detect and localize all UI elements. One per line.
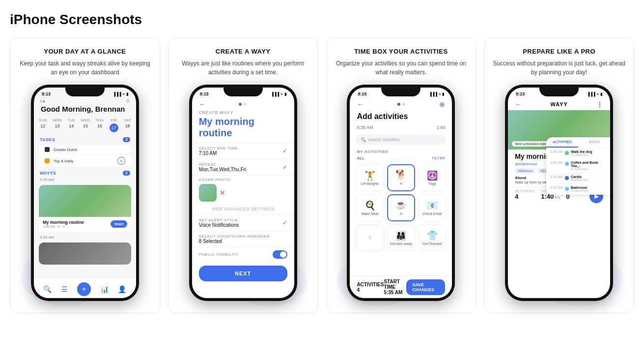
remove-cover-icon[interactable]: ✕	[220, 189, 225, 197]
card-4: PREPARE LIKE A PRO Success without prepa…	[484, 37, 634, 313]
tl-time-2: 6:05 AM	[550, 161, 563, 164]
next-button[interactable]: NEXT	[199, 266, 287, 281]
status-bar-4: 8:23 ▐▐▐ ≈ ▮	[508, 88, 610, 98]
filter-button[interactable]: FILTER	[432, 156, 445, 160]
search-bar[interactable]: 🔍 search activities	[356, 135, 446, 145]
activity-coffee[interactable]: ☕ +	[387, 194, 415, 221]
more-icon[interactable]: ⋮	[596, 100, 603, 108]
tl-sub-1: 30 MINUTES	[571, 153, 592, 156]
alert-check: ✓	[282, 219, 287, 226]
battery-icon-2: ▮	[284, 92, 286, 96]
repeat-label: REPEAT	[199, 162, 247, 167]
tl-title-2: Coffee and Book Tim...	[571, 161, 606, 168]
screenshots-grid: YOUR DAY AT A GLANCE Keep your task and …	[10, 37, 634, 313]
signal-icon: ▐▐▐	[112, 92, 121, 96]
filter-all[interactable]: ALL	[357, 156, 364, 160]
dress-label: Get Dressed	[422, 242, 442, 245]
activity-yoga[interactable]: ☮️ Yoga	[418, 164, 446, 191]
wifi-icon-3: ≈	[439, 92, 441, 96]
tl-item-2: 6:05 AM Coffee and Book Tim... 30 MINUTE…	[546, 159, 610, 173]
wayy2-time: 6:29 AM	[34, 233, 136, 241]
activity-lift[interactable]: 🏋 Lift Weights	[356, 164, 384, 191]
activity-email[interactable]: 📧 Check Email	[418, 194, 446, 221]
search-nav-icon[interactable]: 🔍	[43, 285, 52, 293]
hero-section: Next scheduled date ACTIVITIES STATS 5:3…	[508, 110, 610, 150]
activities-count-stat: ACTIVITIES 4	[357, 282, 384, 293]
tl-sub-4: 20 MINUTES	[571, 189, 588, 192]
tl-title-1: Walk the dog	[571, 150, 592, 153]
save-changes-button[interactable]: SAVE CHANGES	[406, 279, 445, 295]
phone-1-screen: 8:13 ▐▐▐ ≈ ▮ 1▲ ⚙ Good Morning, Brenn	[34, 88, 136, 298]
alert-label: SET ALERT STYLE	[199, 218, 239, 222]
chart-nav-icon[interactable]: 📊	[100, 285, 109, 293]
signal-icon-2: ▐▐▐	[271, 92, 279, 96]
activity-dress[interactable]: 👕 Get Dressed	[418, 224, 446, 251]
signal-icon-4: ▐▐▐	[587, 92, 595, 96]
stat-activities-value: 4	[515, 193, 535, 200]
card-4-desc: Success without preparation is just luck…	[492, 59, 626, 77]
card-4-title: PREPARE LIKE A PRO	[523, 48, 595, 55]
dot-3-2	[402, 103, 405, 106]
status-bar-2: 8:15 ▐▐▐ ≈ ▮	[192, 88, 294, 98]
signal-icons-1: ▐▐▐ ≈ ▮	[112, 92, 128, 96]
wayy-time: 5:35 AM	[34, 178, 136, 183]
cover-thumbnail[interactable]	[199, 184, 217, 202]
public-toggle[interactable]	[273, 250, 287, 259]
back-button-2[interactable]: ←	[199, 100, 206, 108]
profile-nav-icon[interactable]: 👤	[118, 285, 126, 293]
activity-meal[interactable]: 🍳 Make Meal	[356, 194, 384, 221]
wayy-nav-title: WAYY	[550, 101, 567, 107]
activity-dog[interactable]: 🐕 +	[387, 164, 415, 191]
countdown-field: SELECT COUNTDOWN REMINDER 8 Selected	[192, 231, 294, 247]
wayy-card-2[interactable]	[39, 242, 131, 265]
tab-stats[interactable]: STATS	[578, 137, 610, 148]
greeting: Good Morning, Brennan	[34, 105, 136, 116]
tl-sub-2: 30 MINUTES	[571, 168, 606, 171]
task-1: Double Dutch	[39, 145, 131, 154]
wayy-nav: ← WAYY ⋮	[508, 98, 610, 110]
time-2: 8:15	[200, 91, 209, 96]
wayys-label: WAYYS	[40, 171, 56, 176]
status-bar-1: 8:13 ▐▐▐ ≈ ▮	[34, 88, 136, 98]
back-button-3[interactable]: ←	[357, 100, 364, 108]
add-nav-button[interactable]: +	[77, 282, 91, 296]
end-time-value: 7:10 AM	[199, 151, 238, 156]
hide-settings[interactable]: HIDE ADVANCED SETTINGS	[192, 204, 294, 214]
back-button-4[interactable]: ←	[515, 100, 522, 108]
tl-dot-2	[565, 162, 569, 166]
week-mon: MON13	[53, 118, 62, 132]
alert-value: Voice Notifications	[199, 222, 239, 228]
meal-emoji: 🍳	[364, 200, 375, 211]
end-time-label: SELECT END TIME	[199, 146, 238, 151]
stat-activities: ACTIVITIES 4	[515, 189, 535, 203]
tasks-section: TASKS 3	[34, 134, 136, 144]
coffee-emoji: ☕	[395, 199, 406, 210]
add-activity-btn[interactable]: ⊕	[439, 100, 445, 108]
repeat-check: ✓	[282, 164, 287, 171]
filter-row: ALL FILTER	[350, 156, 452, 162]
signal-icons-2: ▐▐▐ ≈ ▮	[271, 92, 286, 96]
activity-add[interactable]: +	[356, 224, 384, 251]
week-wed: WED15	[81, 118, 90, 132]
card-3-phone-wrapper: 8:15 ▐▐▐ ≈ ▮ ← ⊕	[347, 85, 455, 301]
email-label: Check Email	[422, 212, 442, 215]
bottom-nav-1: 🔍 ☰ + 📊 👤	[34, 278, 136, 298]
task-2-dot	[45, 158, 50, 163]
signal-icons-3: ▐▐▐ ≈ ▮	[429, 92, 444, 96]
cover-label: COVER PHOTO	[199, 178, 287, 182]
wayy-meta-1: 1:40 hrs · 0 · 4	[43, 225, 84, 228]
start-button[interactable]: Start	[111, 220, 127, 228]
task-add-icon[interactable]: +	[117, 157, 125, 165]
card-2-title: CREATE A WAYY	[216, 48, 271, 55]
activity-kids[interactable]: 👨‍👩‍👧 Get kids ready	[387, 224, 415, 251]
tab-activities[interactable]: ACTIVITIES	[546, 137, 578, 148]
card-2: CREATE A WAYY Wayys are just like routin…	[168, 37, 318, 313]
list-nav-icon[interactable]: ☰	[61, 285, 68, 293]
create-nav-bar: ←	[192, 98, 294, 110]
tl-item-4: 6:55 AM Bathroom 20 MINUTES	[546, 184, 610, 195]
tasks-badge: 3	[123, 137, 130, 142]
page-title: iPhone Screenshots	[10, 12, 634, 28]
tl-time-4: 6:55 AM	[550, 186, 563, 189]
wifi-icon: ≈	[122, 92, 124, 96]
wayy-card-1[interactable]: My morning routine 1:40 hrs · 0 · 4 Star…	[39, 185, 131, 231]
